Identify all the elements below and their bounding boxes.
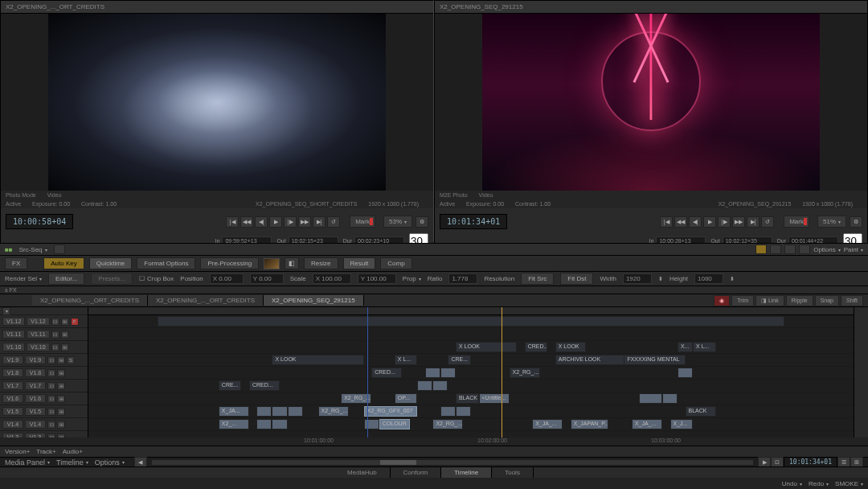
track-btn[interactable]: Track+	[36, 448, 55, 455]
clip-11[interactable]: CRED...	[371, 368, 402, 378]
resize-button[interactable]: Resize	[304, 257, 338, 269]
track-flag-0[interactable]: ⊡	[47, 395, 55, 403]
clip-22[interactable]: BLACK	[456, 393, 479, 404]
clip-30[interactable]: X2_RG_...	[318, 406, 349, 417]
track-label[interactable]: V1.11	[2, 330, 25, 339]
scroll-thumb[interactable]	[380, 460, 416, 465]
clip-31[interactable]: X2_RG_GFX_007	[364, 406, 418, 417]
fit-src-button[interactable]: Fit Src	[521, 273, 554, 285]
prop-dropdown[interactable]: Prop	[403, 275, 421, 282]
track-flag-0[interactable]: ⊡	[47, 408, 55, 416]
track-label[interactable]: V1.10	[2, 343, 25, 351]
clip-40[interactable]: X2_RG_...	[432, 419, 463, 429]
track-flag-0[interactable]: ⊡	[47, 421, 55, 429]
transport-button-2[interactable]: ◀|	[689, 216, 702, 228]
clip-8[interactable]: CRE...	[448, 355, 471, 365]
clip-17[interactable]: CRED...	[249, 380, 280, 391]
clip-39[interactable]: COLOUR	[379, 419, 410, 429]
options-dropdown2[interactable]: Options	[95, 458, 125, 466]
playhead-blue[interactable]	[367, 307, 368, 438]
pre-processing-button[interactable]: Pre-Processing	[200, 257, 259, 269]
clip-29[interactable]	[288, 406, 303, 417]
clip-42[interactable]: X_JAPAN_P...	[571, 419, 609, 429]
undo-button[interactable]: Undo	[782, 480, 802, 487]
track-flag-1[interactable]: ⊞	[57, 382, 65, 390]
timeline-ruler[interactable]	[88, 307, 854, 315]
track-label[interactable]: V1.9	[2, 355, 23, 364]
viewer-left-settings-icon[interactable]: ⚙	[416, 216, 428, 228]
viewer-left-mark[interactable]: Mark	[350, 216, 375, 228]
track-flag-0[interactable]: ⊡	[47, 382, 55, 390]
trim-tool[interactable]: Trim	[731, 295, 754, 306]
fx-button[interactable]: FX	[5, 257, 27, 269]
timeline-vscroll[interactable]	[854, 307, 868, 438]
pos-x-input[interactable]	[210, 273, 244, 284]
pos-y-input[interactable]	[250, 273, 284, 284]
playhead-yellow[interactable]	[502, 307, 502, 438]
clip-13[interactable]	[440, 368, 456, 378]
clip-27[interactable]	[256, 406, 272, 417]
shift-tool[interactable]: Shift	[841, 295, 863, 306]
clip-16[interactable]: CRE...	[219, 380, 242, 391]
clip-25[interactable]	[662, 393, 678, 404]
timeline-tab-2[interactable]: X2_OPENING_SEQ_291215	[264, 295, 364, 306]
transport-button-6[interactable]: ▶|	[747, 216, 760, 228]
mid-icon-4[interactable]	[799, 244, 810, 254]
track-label[interactable]: V1.12	[2, 317, 25, 326]
clip-19[interactable]	[432, 380, 448, 391]
bottom-tab-tools[interactable]: Tools	[492, 467, 534, 478]
track-flag-2[interactable]: P	[71, 318, 79, 326]
viewer-right-mark[interactable]: Mark	[784, 216, 809, 228]
transport-button-6[interactable]: ▶|	[313, 216, 326, 228]
clip-44[interactable]: X_J...	[670, 419, 694, 429]
transport-button-1[interactable]: ◀◀	[240, 216, 253, 228]
track-flag-1[interactable]: ⊞	[57, 408, 65, 416]
clip-34[interactable]: BLACK	[686, 406, 716, 417]
track-label[interactable]: V1.7	[2, 381, 23, 390]
transport-button-4[interactable]: |▶	[284, 216, 297, 228]
track-row-3[interactable]	[88, 354, 854, 367]
tracks-canvas[interactable]: X LOOKCRED...X LOOKX...X L...X LOOKX L..…	[88, 307, 854, 438]
render-sel-dropdown[interactable]: Render Sel	[5, 275, 42, 282]
clip-1[interactable]: X LOOK	[456, 342, 517, 352]
clip-36[interactable]	[256, 419, 272, 429]
clip-21[interactable]: OP...	[395, 393, 418, 404]
timeline-dropdown[interactable]: Timeline	[56, 458, 88, 466]
viewer-left-canvas[interactable]	[1, 14, 433, 191]
paint-dropdown[interactable]: Paint	[844, 246, 863, 253]
viewer-right-zoom[interactable]: 51%	[817, 216, 846, 228]
transport-button-3[interactable]: ▶	[703, 216, 716, 228]
track-label[interactable]: V1.8	[2, 368, 23, 377]
clip-18[interactable]	[417, 380, 432, 391]
smoke-menu[interactable]: SMOKE	[835, 480, 863, 487]
transport-button-4[interactable]: |▶	[718, 216, 731, 228]
clip-10[interactable]: FXXXXING MENTAL	[624, 355, 685, 365]
clip-38[interactable]	[364, 419, 379, 429]
bottom-tab-mediahub[interactable]: MediaHub	[334, 467, 390, 478]
clip-14[interactable]: X2_RG_...	[510, 368, 540, 378]
track-row-1[interactable]	[88, 328, 854, 341]
clip-24[interactable]	[639, 393, 662, 404]
resize-toggle[interactable]: ◧	[285, 257, 299, 269]
scale-y-input[interactable]	[358, 273, 396, 284]
track-patch[interactable]: V1.12	[27, 317, 49, 326]
width-input[interactable]	[623, 273, 652, 284]
viewer-right-settings-icon[interactable]: ⚙	[850, 216, 862, 228]
ratio-input[interactable]	[448, 273, 477, 284]
viewer-right-tab[interactable]: X2_OPENING_SEQ_291215	[435, 1, 867, 14]
clip-28[interactable]	[272, 406, 287, 417]
ripple-tool[interactable]: Ripple	[786, 295, 813, 306]
clip-4[interactable]: X...	[678, 342, 693, 352]
clip-6[interactable]: X LOOK	[272, 355, 363, 365]
track-row-4[interactable]	[88, 367, 854, 380]
bottom-tab-timeline[interactable]: Timeline	[441, 467, 492, 478]
timeline-tab-1[interactable]: X2_OPENING_..._ORT_CREDITS	[148, 295, 264, 306]
comp-button[interactable]: Comp	[380, 257, 411, 269]
clip-41[interactable]: X_JA_...	[532, 419, 563, 429]
clip-35[interactable]: X2_...	[219, 419, 249, 429]
options-dropdown[interactable]: Options	[813, 246, 841, 253]
quicktime-button[interactable]: Quicktime	[89, 257, 133, 269]
track-flag-2[interactable]: S	[67, 356, 75, 364]
editor-button[interactable]: Editor...	[48, 273, 84, 285]
track-flag-0[interactable]: ⊡	[47, 369, 55, 377]
